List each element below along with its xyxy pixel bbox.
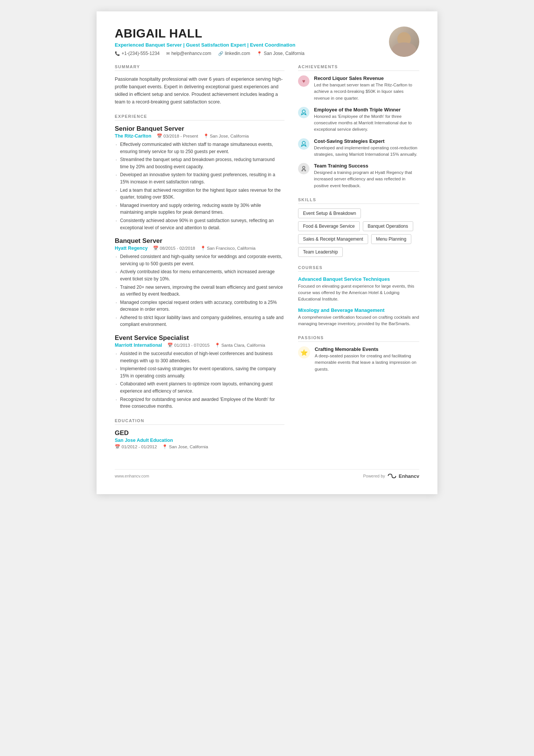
job-bullets-1: Effectively communicated with kitchen st… xyxy=(115,141,284,231)
email-icon: ✉ xyxy=(166,51,170,56)
bullet-3-1: Assisted in the successful execution of … xyxy=(115,350,284,364)
job-location-1: 📍 San Jose, California xyxy=(203,133,249,139)
passion-title-1: Crafting Memorable Events xyxy=(315,346,419,352)
course-title-1: Advanced Banquet Service Techniques xyxy=(298,276,419,282)
contact-email: ✉ help@enhancv.com xyxy=(166,51,211,56)
passion-content-1: Crafting Memorable Events A deep-seated … xyxy=(315,346,419,373)
contact-row: 📞 +1-(234)-555-1234 ✉ help@enhancv.com 🔗… xyxy=(115,51,304,56)
course-title-2: Mixology and Beverage Management xyxy=(298,307,419,313)
achievement-icon-2 xyxy=(298,107,309,118)
education-section-title: EDUCATION xyxy=(115,418,284,425)
achievement-3: Cost-Saving Strategies Expert Developed … xyxy=(298,138,419,158)
right-column: ACHIEVEMENTS ♥ Record Liquor Sales Reven… xyxy=(298,64,419,458)
edu-location: San Jose, California xyxy=(169,445,208,449)
skill-1: Event Setup & Breakdown xyxy=(298,208,361,218)
bullet-3-4: Recognized for outstanding service and a… xyxy=(115,396,284,410)
passion-1: ⭐ Crafting Memorable Events A deep-seate… xyxy=(298,346,419,373)
bullet-1-4: Led a team that achieved recognition for… xyxy=(115,187,284,201)
contact-phone: 📞 +1-(234)-555-1234 xyxy=(115,51,159,56)
bullet-2-1: Delivered consistent and high-quality se… xyxy=(115,253,284,267)
bullet-2-2: Actively contributed ideas for menu enha… xyxy=(115,268,284,282)
passion-icon-1: ⭐ xyxy=(298,346,310,358)
course-desc-2: A comprehensive certification focused on… xyxy=(298,314,419,327)
edu-pin-icon: 📍 xyxy=(162,444,167,449)
pin-icon-1: 📍 xyxy=(203,133,209,139)
job-location-2: 📍 San Francisco, California xyxy=(200,246,255,251)
resume-header: ABIGAIL HALL Experienced Banquet Server … xyxy=(115,27,419,57)
experience-section-title: EXPERIENCE xyxy=(115,114,284,121)
education-section: EDUCATION GED San Jose Adult Education 📅… xyxy=(115,418,284,449)
svg-point-1 xyxy=(302,141,305,144)
footer-url: www.enhancv.com xyxy=(115,474,149,478)
job-title-1: Senior Banquet Server xyxy=(115,125,284,133)
experience-section: EXPERIENCE Senior Banquet Server The Rit… xyxy=(115,114,284,410)
phone-icon: 📞 xyxy=(115,51,120,56)
candidate-name: ABIGAIL HALL xyxy=(115,27,304,41)
edu-location-item: 📍 San Jose, California xyxy=(162,444,208,449)
phone-text: +1-(234)-555-1234 xyxy=(122,51,159,56)
achievement-icon-4 xyxy=(298,163,309,174)
summary-section-title: SUMMARY xyxy=(115,64,284,71)
job-company-1: The Ritz-Carlton xyxy=(115,133,151,139)
achievement-1: ♥ Record Liquor Sales Revenue Led the ba… xyxy=(298,75,419,102)
job-block-2: Banquet Server Hyatt Regency 📅 08/2015 -… xyxy=(115,237,284,328)
calendar-icon-1: 📅 xyxy=(157,133,162,139)
summary-section: SUMMARY Passionate hospitality professio… xyxy=(115,64,284,106)
skill-2: Food & Beverage Service xyxy=(298,221,360,231)
bullet-3-2: Implemented cost-saving strategies for e… xyxy=(115,365,284,379)
candidate-tagline: Experienced Banquet Server | Guest Satis… xyxy=(115,42,304,48)
achievement-desc-2: Honored as 'Employee of the Month' for t… xyxy=(314,113,419,133)
bullet-1-3: Developed an innovative system for track… xyxy=(115,171,284,185)
skills-grid: Event Setup & Breakdown Food & Beverage … xyxy=(298,208,419,257)
bullet-2-4: Managed complex special request orders w… xyxy=(115,299,284,313)
contact-location: 📍 San Jose, California xyxy=(257,51,304,56)
job-company-2: Hyatt Regency xyxy=(115,246,148,251)
bullet-2-3: Trained 20+ new servers, improving the o… xyxy=(115,284,284,298)
bullet-1-5: Managed inventory and supply ordering, r… xyxy=(115,202,284,216)
bullet-1-6: Consistently achieved above 90% in guest… xyxy=(115,217,284,231)
edu-degree: GED xyxy=(115,429,284,437)
passions-section: PASSIONS ⭐ Crafting Memorable Events A d… xyxy=(298,335,419,373)
avatar-image xyxy=(389,27,419,57)
achievement-text-2: Employee of the Month Triple Winner Hono… xyxy=(314,107,419,133)
job-company-3: Marriott International xyxy=(115,343,162,348)
job-meta-1: The Ritz-Carlton 📅 03/2018 - Present 📍 S… xyxy=(115,133,284,139)
linkedin-text: linkedin.com xyxy=(225,51,250,56)
footer-powered: Powered by Enhancv xyxy=(363,473,419,479)
achievement-text-1: Record Liquor Sales Revenue Led the banq… xyxy=(314,75,419,102)
skill-4: Sales & Receipt Management xyxy=(298,234,368,244)
calendar-icon-3: 📅 xyxy=(167,343,173,348)
achievement-icon-3 xyxy=(298,138,309,150)
job-dates-3: 📅 01/2013 - 07/2015 xyxy=(167,343,209,348)
header-left: ABIGAIL HALL Experienced Banquet Server … xyxy=(115,27,304,56)
achievement-title-3: Cost-Saving Strategies Expert xyxy=(314,138,419,144)
edu-dates-item: 📅 01/2012 - 01/2012 xyxy=(115,444,157,449)
edu-meta: 📅 01/2012 - 01/2012 📍 San Jose, Californ… xyxy=(115,444,284,449)
location-icon: 📍 xyxy=(257,51,262,56)
bullet-3-3: Collaborated with event planners to opti… xyxy=(115,380,284,394)
achievement-title-4: Team Training Success xyxy=(314,163,419,169)
pin-icon-2: 📍 xyxy=(200,246,206,251)
courses-section-title: COURSES xyxy=(298,265,419,272)
job-title-2: Banquet Server xyxy=(115,237,284,245)
location-text: San Jose, California xyxy=(264,51,304,56)
achievement-title-1: Record Liquor Sales Revenue xyxy=(314,75,419,81)
achievement-desc-1: Led the banquet server team at The Ritz-… xyxy=(314,82,419,102)
skill-3: Banquet Operations xyxy=(363,221,413,231)
achievement-title-2: Employee of the Month Triple Winner xyxy=(314,107,419,113)
pin-icon-3: 📍 xyxy=(215,343,220,348)
edu-school: San Jose Adult Education xyxy=(115,438,284,443)
achievement-desc-4: Designed a training program at Hyatt Reg… xyxy=(314,169,419,189)
bullet-2-5: Adhered to strict liquor liability laws … xyxy=(115,314,284,328)
job-block-1: Senior Banquet Server The Ritz-Carlton 📅… xyxy=(115,125,284,231)
job-dates-1: 📅 03/2018 - Present xyxy=(157,133,198,139)
achievement-2: Employee of the Month Triple Winner Hono… xyxy=(298,107,419,133)
email-text: help@enhancv.com xyxy=(171,51,211,56)
courses-section: COURSES Advanced Banquet Service Techniq… xyxy=(298,265,419,327)
achievements-section-title: ACHIEVEMENTS xyxy=(298,64,419,71)
passions-section-title: PASSIONS xyxy=(298,335,419,342)
contact-linkedin[interactable]: 🔗 linkedin.com xyxy=(218,51,250,56)
passion-desc-1: A deep-seated passion for creating and f… xyxy=(315,353,419,373)
job-title-3: Event Service Specialist xyxy=(115,334,284,342)
achievement-text-4: Team Training Success Designed a trainin… xyxy=(314,163,419,189)
